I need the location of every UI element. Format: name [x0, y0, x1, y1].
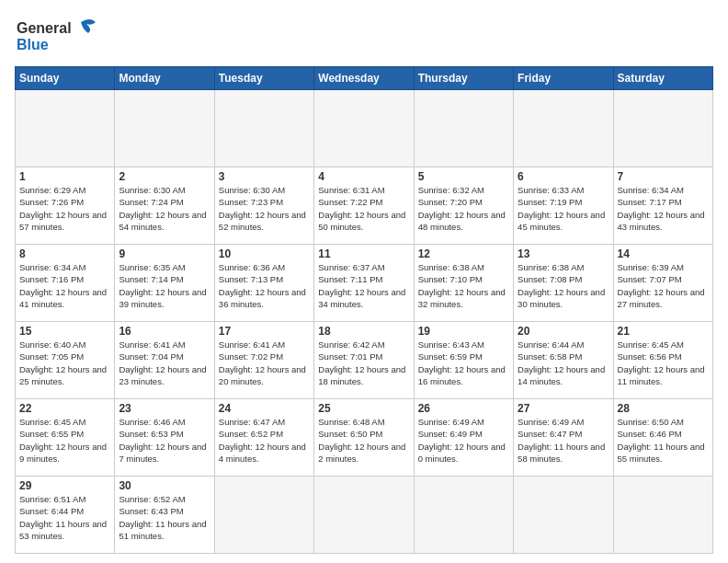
day-number: 3 — [219, 170, 310, 183]
day-number: 9 — [119, 247, 210, 260]
col-saturday: Saturday — [613, 67, 712, 90]
day-content: Sunrise: 6:34 AMSunset: 7:16 PMDaylight:… — [19, 261, 110, 310]
calendar-cell: 10Sunrise: 6:36 AMSunset: 7:13 PMDayligh… — [214, 245, 313, 322]
svg-text:Blue: Blue — [17, 37, 49, 52]
calendar-cell: 8Sunrise: 6:34 AMSunset: 7:16 PMDaylight… — [16, 245, 115, 322]
day-content: Sunrise: 6:52 AMSunset: 6:43 PMDaylight:… — [119, 493, 210, 542]
col-tuesday: Tuesday — [214, 67, 313, 90]
day-number: 26 — [418, 402, 509, 415]
logo-area: General Blue — [15, 15, 97, 59]
page: General Blue Sunday Monday Tuesday Wedne… — [0, 0, 728, 563]
day-number: 12 — [418, 247, 509, 260]
day-content: Sunrise: 6:43 AMSunset: 6:59 PMDaylight:… — [418, 339, 509, 387]
day-number: 11 — [318, 247, 409, 260]
calendar-cell: 12Sunrise: 6:38 AMSunset: 7:10 PMDayligh… — [414, 245, 513, 322]
col-friday: Friday — [514, 67, 613, 90]
day-content: Sunrise: 6:34 AMSunset: 7:17 PMDaylight:… — [618, 184, 709, 233]
day-number: 5 — [418, 170, 509, 183]
day-number: 28 — [618, 402, 709, 415]
calendar-cell: 26Sunrise: 6:49 AMSunset: 6:49 PMDayligh… — [414, 399, 513, 477]
calendar-cell — [613, 477, 712, 554]
calendar-cell: 20Sunrise: 6:44 AMSunset: 6:58 PMDayligh… — [514, 322, 613, 399]
calendar-cell: 11Sunrise: 6:37 AMSunset: 7:11 PMDayligh… — [314, 245, 414, 322]
day-content: Sunrise: 6:44 AMSunset: 6:58 PMDaylight:… — [518, 339, 609, 387]
calendar-cell: 15Sunrise: 6:40 AMSunset: 7:05 PMDayligh… — [16, 322, 115, 399]
day-content: Sunrise: 6:39 AMSunset: 7:07 PMDaylight:… — [618, 261, 709, 310]
logo: General Blue — [15, 15, 97, 59]
calendar-cell: 28Sunrise: 6:50 AMSunset: 6:46 PMDayligh… — [613, 399, 712, 477]
col-thursday: Thursday — [414, 67, 513, 90]
day-content: Sunrise: 6:36 AMSunset: 7:13 PMDaylight:… — [219, 261, 310, 310]
calendar-cell — [314, 477, 414, 554]
calendar-cell: 2Sunrise: 6:30 AMSunset: 7:24 PMDaylight… — [115, 167, 214, 245]
calendar-cell: 9Sunrise: 6:35 AMSunset: 7:14 PMDaylight… — [115, 245, 214, 322]
day-content: Sunrise: 6:30 AMSunset: 7:24 PMDaylight:… — [119, 184, 210, 233]
day-number: 2 — [119, 170, 210, 183]
day-content: Sunrise: 6:30 AMSunset: 7:23 PMDaylight:… — [219, 184, 310, 233]
calendar-header-row: Sunday Monday Tuesday Wednesday Thursday… — [16, 67, 713, 90]
header: General Blue — [15, 15, 713, 59]
calendar-cell — [16, 90, 115, 167]
day-content: Sunrise: 6:51 AMSunset: 6:44 PMDaylight:… — [19, 493, 110, 542]
calendar-cell: 14Sunrise: 6:39 AMSunset: 7:07 PMDayligh… — [613, 245, 712, 322]
calendar-cell: 21Sunrise: 6:45 AMSunset: 6:56 PMDayligh… — [613, 322, 712, 399]
day-content: Sunrise: 6:38 AMSunset: 7:10 PMDaylight:… — [418, 261, 509, 310]
day-number: 16 — [119, 325, 210, 338]
day-content: Sunrise: 6:42 AMSunset: 7:01 PMDaylight:… — [318, 339, 409, 387]
svg-text:General: General — [17, 20, 72, 36]
day-number: 25 — [318, 402, 409, 415]
calendar-cell: 6Sunrise: 6:33 AMSunset: 7:19 PMDaylight… — [514, 167, 613, 245]
day-content: Sunrise: 6:47 AMSunset: 6:52 PMDaylight:… — [219, 416, 310, 465]
day-content: Sunrise: 6:46 AMSunset: 6:53 PMDaylight:… — [119, 416, 210, 465]
calendar-cell: 13Sunrise: 6:38 AMSunset: 7:08 PMDayligh… — [514, 245, 613, 322]
day-content: Sunrise: 6:48 AMSunset: 6:50 PMDaylight:… — [318, 416, 409, 465]
calendar-cell: 25Sunrise: 6:48 AMSunset: 6:50 PMDayligh… — [314, 399, 414, 477]
day-number: 14 — [618, 247, 709, 260]
day-number: 29 — [19, 479, 110, 492]
day-content: Sunrise: 6:49 AMSunset: 6:49 PMDaylight:… — [418, 416, 509, 465]
calendar-cell — [613, 90, 712, 167]
calendar-cell — [214, 90, 313, 167]
calendar-cell: 22Sunrise: 6:45 AMSunset: 6:55 PMDayligh… — [16, 399, 115, 477]
day-content: Sunrise: 6:50 AMSunset: 6:46 PMDaylight:… — [618, 416, 709, 465]
day-number: 10 — [219, 247, 310, 260]
day-number: 8 — [19, 247, 110, 260]
day-number: 17 — [219, 325, 310, 338]
day-number: 21 — [618, 325, 709, 338]
calendar-cell: 23Sunrise: 6:46 AMSunset: 6:53 PMDayligh… — [115, 399, 214, 477]
col-sunday: Sunday — [16, 67, 115, 90]
calendar-cell: 30Sunrise: 6:52 AMSunset: 6:43 PMDayligh… — [115, 477, 214, 554]
calendar-cell: 18Sunrise: 6:42 AMSunset: 7:01 PMDayligh… — [314, 322, 414, 399]
day-content: Sunrise: 6:41 AMSunset: 7:04 PMDaylight:… — [119, 339, 210, 387]
day-number: 23 — [119, 402, 210, 415]
day-content: Sunrise: 6:35 AMSunset: 7:14 PMDaylight:… — [119, 261, 210, 310]
day-number: 7 — [618, 170, 709, 183]
calendar-cell — [514, 90, 613, 167]
calendar-row: 29Sunrise: 6:51 AMSunset: 6:44 PMDayligh… — [16, 477, 713, 554]
day-content: Sunrise: 6:40 AMSunset: 7:05 PMDaylight:… — [19, 339, 110, 387]
calendar-cell — [414, 90, 513, 167]
calendar-cell: 27Sunrise: 6:49 AMSunset: 6:47 PMDayligh… — [514, 399, 613, 477]
day-number: 4 — [318, 170, 409, 183]
day-content: Sunrise: 6:38 AMSunset: 7:08 PMDaylight:… — [518, 261, 609, 310]
calendar-cell — [115, 90, 214, 167]
day-content: Sunrise: 6:37 AMSunset: 7:11 PMDaylight:… — [318, 261, 409, 310]
day-content: Sunrise: 6:33 AMSunset: 7:19 PMDaylight:… — [518, 184, 609, 233]
calendar-table: Sunday Monday Tuesday Wednesday Thursday… — [15, 66, 713, 554]
calendar-cell: 7Sunrise: 6:34 AMSunset: 7:17 PMDaylight… — [613, 167, 712, 245]
day-content: Sunrise: 6:45 AMSunset: 6:55 PMDaylight:… — [19, 416, 110, 465]
calendar-cell — [414, 477, 513, 554]
col-monday: Monday — [115, 67, 214, 90]
day-number: 30 — [119, 479, 210, 492]
calendar-cell: 16Sunrise: 6:41 AMSunset: 7:04 PMDayligh… — [115, 322, 214, 399]
calendar-cell: 29Sunrise: 6:51 AMSunset: 6:44 PMDayligh… — [16, 477, 115, 554]
day-number: 6 — [518, 170, 609, 183]
calendar-cell: 5Sunrise: 6:32 AMSunset: 7:20 PMDaylight… — [414, 167, 513, 245]
calendar-cell — [214, 477, 313, 554]
day-number: 22 — [19, 402, 110, 415]
calendar-row: 22Sunrise: 6:45 AMSunset: 6:55 PMDayligh… — [16, 399, 713, 477]
calendar-cell — [514, 477, 613, 554]
calendar-cell: 24Sunrise: 6:47 AMSunset: 6:52 PMDayligh… — [214, 399, 313, 477]
col-wednesday: Wednesday — [314, 67, 414, 90]
calendar-cell: 4Sunrise: 6:31 AMSunset: 7:22 PMDaylight… — [314, 167, 414, 245]
